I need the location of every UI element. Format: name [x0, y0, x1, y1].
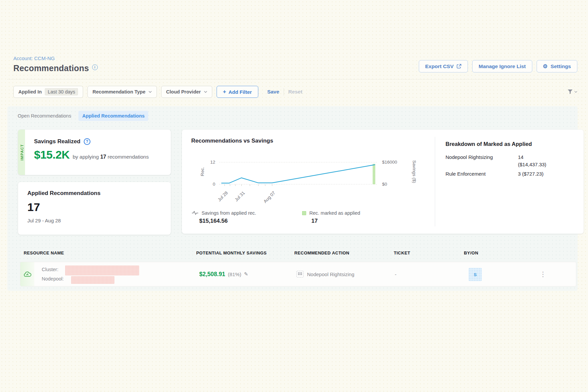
- save-reset-divider: [284, 88, 284, 95]
- settings-button[interactable]: ⚙ Settings: [537, 60, 578, 72]
- manage-ignore-list-button[interactable]: Manage Ignore List: [472, 60, 532, 72]
- column-header-ticket: TICKET: [394, 250, 410, 255]
- savings-realized-title: Savings Realized: [34, 138, 80, 145]
- legend-value-marked-applied: 17: [311, 218, 318, 224]
- impact-card-body: Savings Realized ? $15.2K by applying 17…: [34, 138, 166, 161]
- column-header-potential-savings: POTENTIAL MONTHLY SAVINGS: [196, 250, 267, 255]
- header-actions: Export CSV Manage Ignore List ⚙ Settings: [419, 60, 577, 72]
- line-series-icon: [192, 211, 199, 215]
- by-on-avatar[interactable]: S: [469, 268, 482, 281]
- y-axis-label: Rec.: [200, 167, 205, 176]
- savings-percent: (81%): [228, 271, 241, 277]
- column-header-recommended-action: RECOMMENDED ACTION: [294, 250, 349, 255]
- y-axis-tick-min: 0: [201, 182, 215, 187]
- table-row[interactable]: Cluster: Nodepool: $2,508.91 (81%) ✎ Nod…: [20, 262, 576, 286]
- chevron-down-icon: [149, 91, 152, 93]
- impact-strip: IMPACT: [18, 130, 25, 175]
- cloud-provider-label: Cloud Provider: [166, 89, 201, 94]
- applied-date-range: Jul 29 - Aug 28: [27, 218, 100, 223]
- manage-ignore-list-label: Manage Ignore List: [479, 63, 526, 69]
- tab-applied-recommendations[interactable]: Applied Recommendations: [78, 111, 148, 121]
- breadcrumb[interactable]: Account: CCM-NG: [13, 55, 55, 61]
- applied-card-body: Applied Recommendations 17 Jul 29 - Aug …: [27, 190, 100, 223]
- plus-icon: +: [223, 88, 226, 95]
- right-axis-label: Savings ($): [403, 160, 417, 185]
- external-link-icon: [457, 64, 462, 69]
- legend-entry-savings: Savings from applied rec.: [192, 210, 256, 216]
- right-axis-tick-min: $0: [382, 182, 387, 187]
- toolbar-divider: [7, 79, 581, 79]
- row-overflow-menu[interactable]: ⋮: [540, 262, 546, 286]
- applied-in-value-chip[interactable]: Last 30 days: [45, 88, 78, 95]
- breakdown-row-value: ($14,437.33): [518, 162, 546, 167]
- filter-toolbar: Applied In Last 30 days Recommendation T…: [13, 86, 577, 98]
- savings-realized-amount: $15.2K: [34, 148, 70, 161]
- savings-chart: [219, 162, 377, 187]
- y-axis-tick-max: 12: [201, 160, 215, 165]
- reset-filter-link[interactable]: Reset: [288, 89, 302, 95]
- chart-card: Recommendations vs Savings 12 0 Rec. $16…: [182, 130, 584, 234]
- legend-label: Savings from applied rec.: [202, 210, 256, 216]
- save-filter-link[interactable]: Save: [267, 89, 279, 95]
- cloud-provider-filter[interactable]: Cloud Provider: [161, 86, 212, 98]
- breakdown-row-label: Nodepool Rightsizing: [446, 154, 493, 160]
- savings-amount: $2,508.91: [199, 271, 225, 278]
- edit-pencil-icon[interactable]: ✎: [244, 271, 248, 277]
- nodepool-icon: [296, 271, 304, 277]
- caption-suffix: recommendations: [107, 154, 149, 160]
- gear-icon: ⚙: [543, 64, 548, 69]
- applied-in-filter[interactable]: Applied In Last 30 days: [13, 86, 83, 98]
- x-axis-labels: Jul 28Jul 31Aug 07: [219, 186, 377, 207]
- breakdown-row-value: 3 ($727.23): [518, 171, 544, 177]
- breakdown-row-value: 14: [518, 154, 524, 160]
- caption-prefix: by applying: [73, 154, 99, 160]
- legend-entry-marked-applied: Rec. marked as applied: [302, 210, 360, 216]
- redacted-cluster-name: [65, 265, 139, 275]
- breakdown-row-label: Rule Enforcement: [446, 171, 486, 177]
- info-icon[interactable]: i: [92, 64, 98, 70]
- export-csv-button[interactable]: Export CSV: [419, 60, 468, 72]
- applied-in-label: Applied In: [18, 89, 42, 94]
- filter-panel-toggle[interactable]: [567, 89, 577, 94]
- funnel-icon: [567, 89, 573, 94]
- recommendations-page: Account: CCM-NG Recommendations i Export…: [0, 0, 588, 392]
- legend-label: Rec. marked as applied: [309, 210, 360, 216]
- page-title: Recommendations: [13, 63, 89, 73]
- redacted-nodepool-name: [71, 276, 114, 284]
- potential-savings-cell: $2,508.91 (81%) ✎: [199, 262, 248, 286]
- add-filter-button[interactable]: + Add Filter: [217, 86, 258, 98]
- settings-label: Settings: [551, 63, 571, 69]
- savings-realized-card: IMPACT Savings Realized ? $15.2K by appl…: [18, 130, 171, 175]
- recommendation-type-label: Recommendation Type: [92, 89, 145, 94]
- page-title-row: Recommendations i: [13, 63, 98, 73]
- bar-series-icon: [302, 211, 306, 215]
- tabs: Open Recommendations Applied Recommendat…: [15, 111, 148, 121]
- right-axis-tick-max: $16000: [382, 160, 397, 165]
- provider-strip: [20, 262, 34, 286]
- chart-title: Recommendations vs Savings: [191, 138, 273, 144]
- applied-count: 17: [27, 201, 100, 214]
- cluster-label: Cluster:: [42, 267, 58, 272]
- grid-glyph: [298, 272, 302, 276]
- nodepool-label: Nodepool:: [42, 276, 64, 281]
- ticket-cell: -: [395, 262, 396, 286]
- breakdown-title: Breakdown of Marked as Applied: [446, 141, 532, 147]
- content-panel: Open Recommendations Applied Recommendat…: [7, 106, 578, 291]
- cloud-provider-icon: [23, 271, 32, 278]
- export-csv-label: Export CSV: [425, 63, 454, 69]
- applied-card-title: Applied Recommendations: [27, 190, 100, 197]
- chevron-down-icon: [574, 91, 577, 93]
- recommendation-type-filter[interactable]: Recommendation Type: [87, 86, 157, 98]
- chevron-down-icon: [204, 91, 207, 93]
- recommended-action-cell: Nodepool Rightsizing: [296, 262, 354, 286]
- column-header-by-on: BY/ON: [464, 250, 478, 255]
- help-icon[interactable]: ?: [84, 138, 90, 145]
- tab-open-recommendations[interactable]: Open Recommendations: [15, 111, 74, 121]
- caption-count: 17: [100, 154, 106, 160]
- recommended-action-label: Nodepool Rightsizing: [307, 271, 354, 277]
- add-filter-label: Add Filter: [229, 89, 252, 95]
- legend-value-savings: $15,164.56: [199, 218, 228, 224]
- savings-realized-caption: by applying 17 recommendations: [73, 154, 149, 160]
- applied-recommendations-card: Applied Recommendations 17 Jul 29 - Aug …: [18, 182, 171, 235]
- card-divider: [435, 137, 435, 226]
